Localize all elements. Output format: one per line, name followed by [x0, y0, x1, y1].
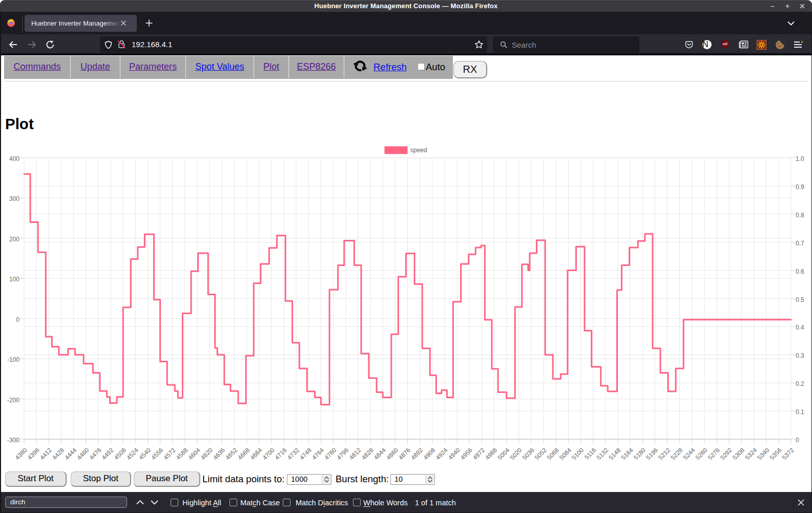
svg-text:4668: 4668 — [236, 446, 251, 461]
svg-text:4716: 4716 — [274, 446, 288, 461]
svg-text:4620: 4620 — [199, 446, 214, 461]
svg-text:5260: 5260 — [694, 446, 709, 461]
svg-text:5068: 5068 — [546, 446, 560, 461]
svg-text:5196: 5196 — [644, 446, 659, 461]
svg-text:5100: 5100 — [570, 446, 585, 461]
svg-text:5084: 5084 — [558, 446, 573, 461]
svg-text:5340: 5340 — [756, 446, 771, 461]
svg-text:4844: 4844 — [372, 446, 387, 461]
svg-text:-200: -200 — [7, 397, 19, 404]
svg-text:0.8: 0.8 — [796, 212, 804, 219]
svg-text:5308: 5308 — [731, 446, 746, 461]
svg-text:5356: 5356 — [768, 446, 783, 461]
svg-text:0: 0 — [16, 316, 19, 323]
svg-text:0.7: 0.7 — [796, 240, 804, 247]
svg-text:0.3: 0.3 — [796, 352, 804, 359]
svg-text:5372: 5372 — [781, 446, 796, 461]
svg-text:4460: 4460 — [76, 446, 91, 461]
svg-text:0.4: 0.4 — [796, 324, 804, 331]
svg-text:4412: 4412 — [38, 446, 53, 461]
svg-text:4940: 4940 — [447, 446, 462, 461]
svg-text:4604: 4604 — [187, 446, 202, 461]
svg-text:4876: 4876 — [397, 446, 412, 461]
svg-text:4524: 4524 — [125, 446, 140, 461]
svg-text:-300: -300 — [7, 437, 19, 444]
svg-text:4748: 4748 — [298, 446, 313, 461]
svg-text:0.6: 0.6 — [796, 268, 804, 275]
svg-text:4988: 4988 — [484, 446, 498, 461]
svg-text:300: 300 — [9, 195, 19, 202]
svg-text:4444: 4444 — [63, 446, 78, 461]
svg-text:0.1: 0.1 — [796, 408, 804, 416]
svg-text:0.5: 0.5 — [796, 296, 804, 303]
svg-text:5116: 5116 — [583, 446, 597, 461]
svg-text:0: 0 — [796, 437, 799, 444]
svg-text:speed: speed — [410, 147, 427, 154]
svg-text:5004: 5004 — [496, 446, 511, 461]
svg-text:5036: 5036 — [521, 446, 536, 461]
svg-text:4908: 4908 — [422, 446, 437, 461]
svg-text:-100: -100 — [7, 356, 19, 363]
svg-text:0.2: 0.2 — [796, 380, 804, 387]
svg-text:4636: 4636 — [212, 446, 226, 461]
svg-text:400: 400 — [9, 155, 19, 162]
svg-text:4572: 4572 — [162, 446, 177, 461]
svg-text:4956: 4956 — [459, 446, 474, 461]
svg-text:4556: 4556 — [150, 446, 164, 461]
svg-text:5212: 5212 — [657, 446, 672, 461]
svg-text:4796: 4796 — [336, 446, 350, 461]
svg-text:5244: 5244 — [682, 446, 697, 461]
svg-text:4700: 4700 — [261, 446, 276, 461]
svg-text:4684: 4684 — [249, 446, 264, 461]
svg-text:4380: 4380 — [14, 446, 29, 461]
svg-text:0.9: 0.9 — [796, 183, 804, 191]
svg-text:5148: 5148 — [608, 446, 622, 461]
svg-text:5052: 5052 — [533, 446, 548, 461]
svg-text:4476: 4476 — [88, 446, 103, 461]
svg-text:200: 200 — [9, 236, 19, 243]
svg-text:4540: 4540 — [137, 446, 152, 461]
svg-text:5020: 5020 — [509, 446, 524, 461]
svg-text:4428: 4428 — [51, 446, 66, 461]
svg-text:4780: 4780 — [323, 446, 338, 461]
svg-text:1.0: 1.0 — [796, 155, 804, 162]
svg-text:4508: 4508 — [113, 446, 128, 461]
svg-text:4764: 4764 — [310, 446, 325, 461]
svg-text:5228: 5228 — [670, 446, 684, 461]
svg-text:4652: 4652 — [224, 446, 239, 461]
svg-text:5164: 5164 — [620, 446, 635, 461]
svg-text:4588: 4588 — [175, 446, 190, 461]
svg-text:5292: 5292 — [719, 446, 734, 461]
svg-text:5276: 5276 — [706, 446, 721, 461]
svg-text:4492: 4492 — [100, 446, 115, 461]
svg-text:4396: 4396 — [26, 446, 41, 461]
svg-text:4860: 4860 — [385, 446, 400, 461]
svg-text:4828: 4828 — [360, 446, 375, 461]
svg-text:100: 100 — [9, 276, 19, 283]
svg-text:4972: 4972 — [471, 446, 486, 461]
svg-text:5132: 5132 — [595, 446, 610, 461]
svg-text:4892: 4892 — [409, 446, 424, 461]
svg-text:4924: 4924 — [434, 446, 449, 461]
svg-text:4732: 4732 — [286, 446, 301, 461]
svg-text:5324: 5324 — [743, 446, 758, 461]
svg-text:4812: 4812 — [348, 446, 363, 461]
svg-text:5180: 5180 — [632, 446, 647, 461]
